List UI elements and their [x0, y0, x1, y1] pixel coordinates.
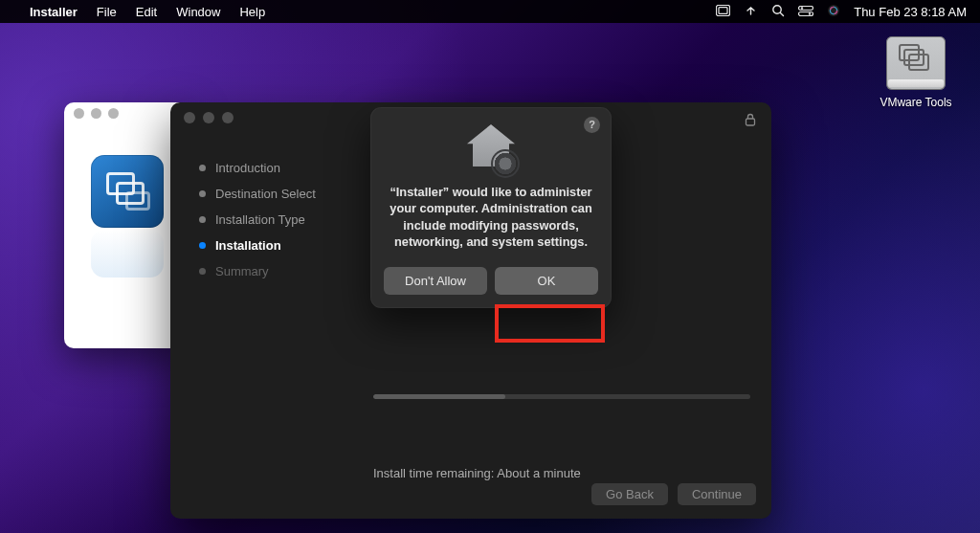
admin-permission-dialog: ? “Installer” would like to administer y…	[370, 107, 612, 308]
system-admin-icon	[464, 124, 518, 174]
dont-allow-button[interactable]: Don't Allow	[384, 267, 487, 295]
stage-manager-icon[interactable]	[716, 5, 730, 19]
desktop-icon-label: VMware Tools	[880, 96, 952, 109]
svg-rect-11	[746, 119, 755, 125]
svg-point-7	[809, 12, 811, 14]
lock-icon[interactable]	[745, 113, 756, 129]
step-destination-select: Destination Select	[199, 181, 352, 207]
step-summary: Summary	[199, 258, 352, 284]
help-icon[interactable]: ?	[584, 117, 600, 133]
window-controls[interactable]	[184, 112, 234, 123]
step-installation: Installation	[199, 233, 352, 258]
menu-edit[interactable]: Edit	[127, 5, 166, 19]
desktop-icon-vmware-tools[interactable]: VMware Tools	[880, 36, 952, 109]
dialog-message: “Installer” would like to administer you…	[384, 184, 598, 250]
svg-line-3	[780, 12, 783, 15]
svg-rect-4	[799, 6, 813, 10]
svg-rect-1	[719, 7, 727, 13]
menu-file[interactable]: File	[88, 5, 125, 19]
menu-help[interactable]: Help	[231, 5, 274, 19]
continue-button[interactable]: Continue	[678, 483, 756, 505]
go-back-button[interactable]: Go Back	[591, 483, 668, 505]
ok-button[interactable]: OK	[495, 267, 598, 295]
svg-rect-6	[799, 11, 813, 15]
menubar-clock[interactable]: Thu Feb 23 8:18 AM	[854, 5, 967, 19]
control-center-icon[interactable]	[798, 5, 813, 19]
installer-steps-sidebar: Introduction Destination Select Installa…	[199, 155, 352, 284]
spotlight-icon[interactable]	[771, 4, 785, 20]
menu-app-name[interactable]: Installer	[21, 5, 86, 19]
menubar: Installer File Edit Window Help Thu Feb …	[0, 0, 980, 23]
disk-icon	[886, 36, 946, 90]
gear-icon	[493, 151, 518, 176]
menu-window[interactable]: Window	[167, 5, 229, 19]
vmware-tools-icon	[91, 155, 164, 228]
step-installation-type: Installation Type	[199, 207, 352, 233]
install-progress-bar	[373, 394, 750, 399]
step-introduction: Introduction	[199, 155, 352, 181]
window-controls[interactable]	[74, 108, 119, 119]
wifi-icon[interactable]	[744, 5, 758, 19]
svg-point-5	[801, 7, 803, 9]
install-status-text: Install time remaining: About a minute	[373, 466, 750, 480]
siri-icon[interactable]	[827, 4, 840, 20]
